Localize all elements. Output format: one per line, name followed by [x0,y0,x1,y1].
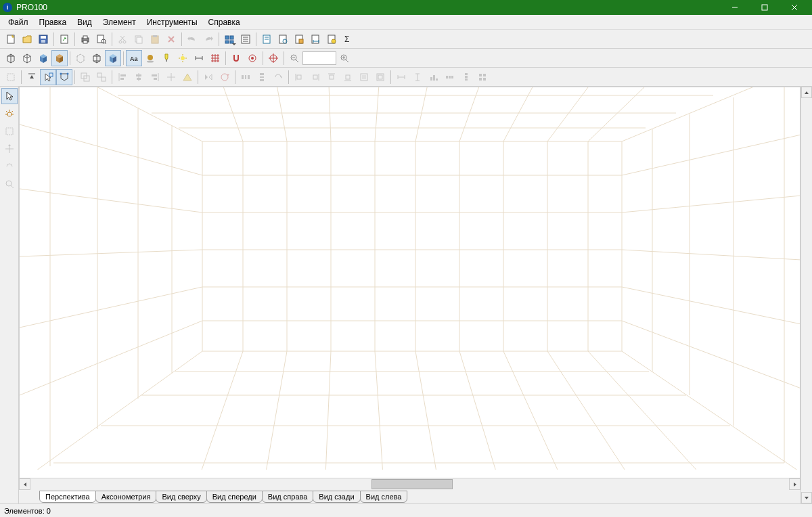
select-tool-button[interactable] [40,69,56,85]
scroll-left-arrow[interactable] [19,478,30,490]
align-center-h-button[interactable] [131,69,147,85]
reports-materials-button[interactable] [291,31,307,47]
tab-perspective[interactable]: Перспектива [39,491,96,503]
print-preview-button[interactable] [93,31,110,47]
semitransparent-button[interactable] [72,50,89,66]
bars-button[interactable] [426,69,442,85]
sketch-view-button[interactable] [19,50,35,66]
light-tool[interactable] [1,106,18,122]
array-grid-button[interactable] [474,69,491,85]
rotate-button[interactable] [217,69,233,85]
ungroup-button[interactable] [93,69,110,85]
viewport-3d[interactable] [19,87,800,478]
new-element-tool[interactable] [1,123,18,139]
dist-v-button[interactable] [254,69,270,85]
array-v-button[interactable] [458,69,474,85]
array-h-button[interactable] [442,69,458,85]
scroll-down-arrow[interactable] [801,492,812,503]
h-scroll-track[interactable] [30,478,789,490]
minimize-button[interactable] [720,0,750,15]
color-view-button[interactable] [35,50,51,66]
lighting-button[interactable] [158,50,175,66]
show-edges-button[interactable] [89,50,105,66]
snap-front-button[interactable] [372,69,388,85]
tab-top[interactable]: Вид сверху [156,491,206,503]
rotate-tool[interactable] [1,158,18,175]
zoom-out-button[interactable] [286,50,302,66]
shaded-button[interactable] [105,50,121,66]
close-button[interactable] [780,0,809,15]
warning-button[interactable] [179,69,196,85]
redo-button[interactable] [200,31,217,47]
shadow-button[interactable] [142,50,158,66]
v-scroll-track[interactable] [801,98,812,492]
tab-front[interactable]: Вид спереди [206,491,263,503]
align-left-button[interactable] [114,69,131,85]
copy-button[interactable] [131,31,147,47]
export-button[interactable] [56,31,72,47]
rotate90-button[interactable] [270,69,286,85]
center-view-button[interactable] [265,50,281,66]
select-tool[interactable] [1,88,18,104]
menu-view[interactable]: Вид [72,16,97,28]
menu-element[interactable]: Элемент [97,16,141,28]
tab-axonometry[interactable]: Аксонометрия [95,491,157,503]
tab-right[interactable]: Вид справа [262,491,314,503]
print-button[interactable] [77,31,93,47]
open-file-button[interactable] [19,31,35,47]
wireframe-view-button[interactable] [3,50,19,66]
grid-button[interactable] [207,50,223,66]
tab-back[interactable]: Вид сзади [313,491,360,503]
svg-line-147 [6,111,7,112]
snap-back-button[interactable] [356,69,372,85]
reports-price-button[interactable] [323,31,340,47]
tab-left[interactable]: Вид слева [360,491,408,503]
group-button[interactable] [77,69,93,85]
edit-shape-button[interactable] [56,69,72,85]
paste-button[interactable] [147,31,163,47]
scroll-right-arrow[interactable] [789,478,800,490]
new-file-button[interactable] [3,31,19,47]
menu-edit[interactable]: Правка [34,16,72,28]
align-right-button[interactable] [147,69,163,85]
center-button[interactable] [163,69,179,85]
properties-button[interactable] [238,31,254,47]
h-scroll-thumb[interactable] [371,479,453,489]
move-up-button[interactable] [24,69,40,85]
collision-button[interactable] [244,50,261,66]
reports-elements-button[interactable] [275,31,291,47]
undo-button[interactable] [184,31,200,47]
dist-h-button[interactable] [238,69,254,85]
zoom-input[interactable] [302,51,336,65]
save-file-button[interactable] [35,31,51,47]
snap-right-button[interactable] [307,69,323,85]
zoom-tool[interactable] [1,176,18,192]
light2-button[interactable] [175,50,191,66]
dimensions-button[interactable] [191,50,207,66]
delete-button[interactable] [163,31,179,47]
menu-help[interactable]: Справка [203,16,246,28]
labels-button[interactable]: Aa [126,50,142,66]
snap-button[interactable] [228,50,244,66]
menu-file[interactable]: Файл [3,16,34,28]
snap-bottom-button[interactable] [340,69,356,85]
reports-dimensions-button[interactable] [307,31,323,47]
library-button[interactable] [221,31,238,47]
horizontal-scrollbar[interactable] [19,478,800,490]
reports-summary-button[interactable]: Σ [340,31,356,47]
scroll-up-arrow[interactable] [801,87,812,98]
select-all-button[interactable] [3,69,19,85]
snap-left-button[interactable] [291,69,307,85]
cut-button[interactable] [114,31,131,47]
maximize-button[interactable] [750,0,780,15]
vertical-scrollbar[interactable] [800,87,812,503]
dim-v-button[interactable] [409,69,426,85]
dim-h-button[interactable] [393,69,409,85]
reports-main-button[interactable] [258,31,275,47]
snap-top-button[interactable] [323,69,340,85]
zoom-in-button[interactable] [336,50,353,66]
texture-view-button[interactable] [51,50,68,66]
move-tool[interactable] [1,141,18,157]
menu-tools[interactable]: Инструменты [141,16,203,28]
flip-h-button[interactable] [200,69,217,85]
